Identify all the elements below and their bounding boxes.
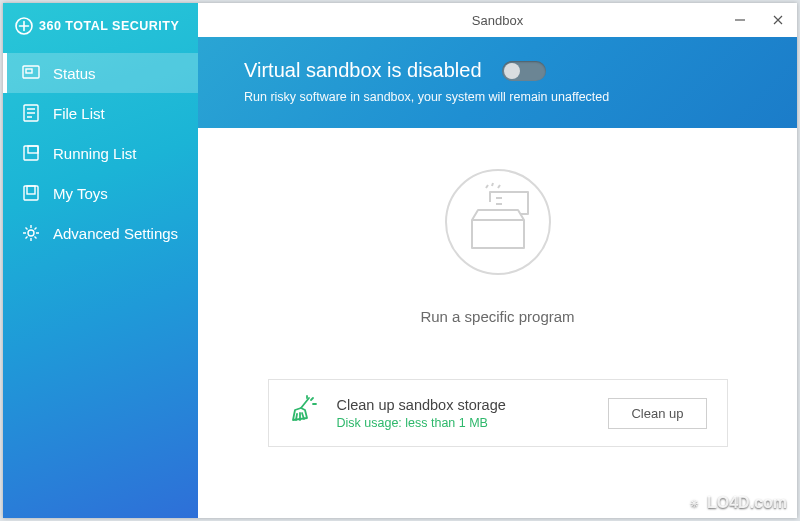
settings-icon (21, 223, 41, 243)
broom-icon (287, 394, 321, 432)
sidebar: 360 TOTAL SECURITY Status (3, 3, 198, 518)
hero-title-text: Virtual sandbox is disabled (244, 59, 482, 82)
cleanup-text: Clean up sandbox storage Disk usage: les… (337, 397, 593, 430)
minimize-button[interactable] (727, 7, 753, 33)
content-area: Run a specific program Clean up sandbox … (198, 128, 797, 518)
svg-rect-5 (28, 146, 38, 153)
window-title: Sandbox (472, 13, 523, 28)
svg-rect-7 (27, 186, 35, 194)
my-toys-icon (21, 183, 41, 203)
sidebar-item-my-toys[interactable]: My Toys (3, 173, 198, 213)
running-list-icon (21, 143, 41, 163)
app-window: 360 TOTAL SECURITY Status (3, 3, 797, 518)
sidebar-item-label: Status (53, 65, 96, 82)
sidebar-item-file-list[interactable]: File List (3, 93, 198, 133)
main-area: Sandbox Virtual sandbox is disabled Run … (198, 3, 797, 518)
svg-rect-2 (26, 69, 32, 73)
close-button[interactable] (765, 7, 791, 33)
window-controls (727, 3, 791, 37)
file-list-icon (21, 103, 41, 123)
svg-point-9 (446, 170, 550, 274)
sidebar-item-status[interactable]: Status (3, 53, 198, 93)
toggle-knob (504, 63, 520, 79)
cleanup-button[interactable]: Clean up (608, 398, 706, 429)
sidebar-nav: Status File List Running (3, 53, 198, 253)
run-program-label[interactable]: Run a specific program (420, 308, 574, 325)
hero-banner: Virtual sandbox is disabled Run risky so… (198, 37, 797, 128)
sidebar-item-label: Advanced Settings (53, 225, 178, 242)
sandbox-toggle[interactable] (502, 61, 546, 81)
hero-subtitle: Run risky software in sandbox, your syst… (244, 90, 767, 104)
sidebar-item-running-list[interactable]: Running List (3, 133, 198, 173)
sandbox-illustration (438, 162, 558, 286)
sidebar-item-advanced-settings[interactable]: Advanced Settings (3, 213, 198, 253)
brand-logo: 360 TOTAL SECURITY (3, 11, 198, 53)
brand-mark-icon (15, 17, 33, 35)
svg-point-8 (28, 230, 34, 236)
brand-text: 360 TOTAL SECURITY (39, 19, 179, 33)
status-icon (21, 63, 41, 83)
sidebar-item-label: File List (53, 105, 105, 122)
cleanup-card: Clean up sandbox storage Disk usage: les… (268, 379, 728, 447)
sidebar-item-label: My Toys (53, 185, 108, 202)
cleanup-subtitle: Disk usage: less than 1 MB (337, 416, 593, 430)
svg-rect-6 (24, 186, 38, 200)
cleanup-title: Clean up sandbox storage (337, 397, 593, 413)
sidebar-item-label: Running List (53, 145, 136, 162)
titlebar: Sandbox (198, 3, 797, 37)
